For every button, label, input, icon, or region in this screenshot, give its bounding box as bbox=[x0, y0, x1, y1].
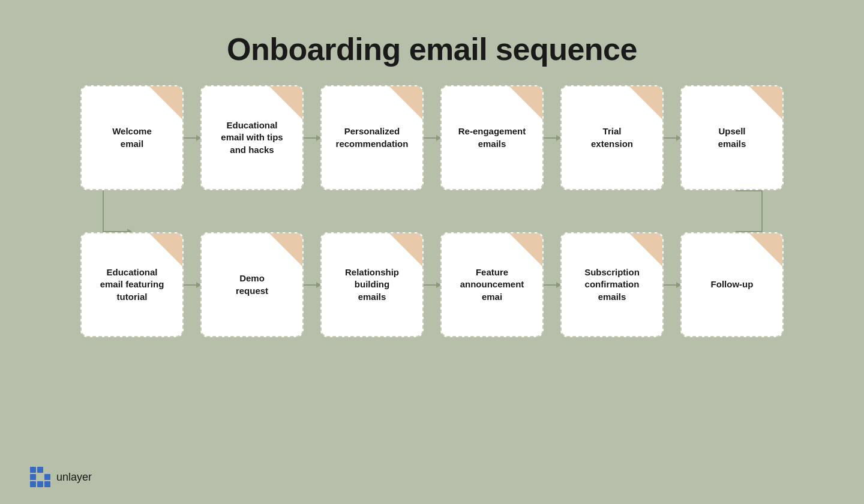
card-label: Demorequest bbox=[226, 265, 278, 304]
arrow-line bbox=[544, 284, 560, 286]
card-subscription-confirm: Subscriptionconfirmationemails bbox=[560, 232, 664, 337]
unlayer-logo-grid bbox=[30, 467, 50, 487]
row-1-inner: Welcomeemail Educationalemail with tipsa… bbox=[80, 85, 784, 190]
row-1: Welcomeemail Educationalemail with tipsa… bbox=[48, 85, 816, 190]
arrow-9 bbox=[544, 284, 560, 286]
card-label: Trialextension bbox=[581, 118, 643, 157]
card-label: Upsellemails bbox=[709, 118, 756, 157]
card-corner bbox=[509, 86, 542, 119]
arrow-line bbox=[304, 137, 320, 139]
logo-square bbox=[37, 467, 43, 473]
logo-square bbox=[30, 481, 36, 487]
arrow-4 bbox=[544, 137, 560, 139]
card-reengagement: Re-engagementemails bbox=[440, 85, 544, 190]
arrow-3 bbox=[424, 137, 440, 139]
card-follow-up: Follow-up bbox=[680, 232, 784, 337]
arrow-line bbox=[424, 137, 440, 139]
card-personalized-rec: Personalizedrecommendation bbox=[320, 85, 424, 190]
logo-text: unlayer bbox=[56, 471, 92, 484]
card-corner bbox=[749, 233, 782, 266]
card-trial-extension: Trialextension bbox=[560, 85, 664, 190]
arrow-line bbox=[304, 284, 320, 286]
logo-square bbox=[37, 481, 43, 487]
u-connector bbox=[48, 190, 816, 232]
logo-square bbox=[44, 474, 50, 480]
logo-square-empty bbox=[37, 474, 43, 480]
card-label: Re-engagementemails bbox=[449, 118, 536, 157]
arrow-line bbox=[544, 137, 560, 139]
card-label: Follow-up bbox=[701, 271, 763, 298]
arrow-line bbox=[184, 284, 200, 286]
row-2: Educationalemail featuringtutorial Demor… bbox=[48, 232, 816, 337]
row-2-inner: Educationalemail featuringtutorial Demor… bbox=[80, 232, 784, 337]
card-educational-tips: Educationalemail with tipsand hacks bbox=[200, 85, 304, 190]
card-corner bbox=[629, 86, 662, 119]
logo-square bbox=[30, 474, 36, 480]
card-label: Relationshipbuildingemails bbox=[335, 259, 409, 310]
logo-square bbox=[30, 467, 36, 473]
logo-square bbox=[44, 481, 50, 487]
logo-area: unlayer bbox=[30, 467, 92, 487]
card-corner bbox=[149, 86, 182, 119]
card-corner bbox=[749, 86, 782, 119]
card-label: Featureannouncementemai bbox=[451, 259, 534, 310]
u-left-vertical bbox=[103, 190, 104, 232]
arrow-6 bbox=[184, 284, 200, 286]
card-corner bbox=[389, 86, 422, 119]
arrow-1 bbox=[184, 137, 200, 139]
arrow-line bbox=[664, 284, 680, 286]
arrow-8 bbox=[424, 284, 440, 286]
page-title: Onboarding email sequence bbox=[0, 0, 864, 85]
card-label: Educationalemail with tipsand hacks bbox=[211, 112, 292, 163]
arrow-10 bbox=[664, 284, 680, 286]
arrow-line bbox=[424, 284, 440, 286]
card-corner bbox=[269, 233, 302, 266]
card-welcome-email: Welcomeemail bbox=[80, 85, 184, 190]
card-feature-announcement: Featureannouncementemai bbox=[440, 232, 544, 337]
sequence-container: Welcomeemail Educationalemail with tipsa… bbox=[0, 85, 864, 337]
card-label: Educationalemail featuringtutorial bbox=[91, 259, 174, 310]
card-relationship-building: Relationshipbuildingemails bbox=[320, 232, 424, 337]
arrow-7 bbox=[304, 284, 320, 286]
card-demo-request: Demorequest bbox=[200, 232, 304, 337]
card-label: Personalizedrecommendation bbox=[326, 118, 418, 157]
arrow-line bbox=[184, 137, 200, 139]
u-right-vertical bbox=[761, 190, 763, 232]
card-label: Welcomeemail bbox=[103, 118, 161, 157]
card-educational-tutorial: Educationalemail featuringtutorial bbox=[80, 232, 184, 337]
arrow-line bbox=[664, 137, 680, 139]
u-right-top bbox=[736, 190, 763, 191]
logo-square-empty bbox=[44, 467, 50, 473]
card-label: Subscriptionconfirmationemails bbox=[575, 259, 649, 310]
card-upsell-emails: Upsellemails bbox=[680, 85, 784, 190]
arrow-2 bbox=[304, 137, 320, 139]
arrow-5 bbox=[664, 137, 680, 139]
